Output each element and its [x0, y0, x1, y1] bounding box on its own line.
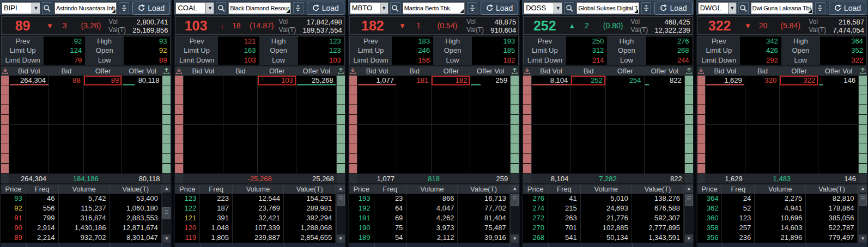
bid-price-cell[interactable]: 181	[397, 76, 432, 85]
offer-vol-column[interactable]: 146	[818, 76, 859, 174]
offer-vol-header[interactable]: Offer Vol	[818, 67, 859, 75]
ticker-input[interactable]	[350, 2, 380, 14]
trade-row[interactable]: 93465,74253,400	[1, 194, 171, 203]
offer-vol-column[interactable]: 259	[470, 76, 511, 174]
scroll-down-button[interactable]: ▼	[337, 234, 345, 243]
offer-price-cell[interactable]: 89	[84, 76, 122, 85]
price-header[interactable]: Price	[349, 184, 374, 194]
offer-column[interactable]: 89	[84, 76, 123, 174]
bid-price-cell[interactable]	[223, 76, 258, 85]
offer-header[interactable]: Offer	[780, 67, 818, 75]
offer-price-cell[interactable]: 254	[606, 76, 644, 85]
price-header[interactable]: Price	[1, 184, 26, 194]
load-button[interactable]: Load	[654, 2, 692, 15]
search-button[interactable]	[738, 2, 749, 14]
company-name-input[interactable]	[751, 2, 813, 14]
bid-vol-column[interactable]: 264,304	[9, 76, 49, 174]
scroll-thumb[interactable]	[511, 194, 519, 206]
company-name-input[interactable]	[228, 2, 290, 14]
trade-row[interactable]: 92556115,2371,060,180	[1, 203, 171, 213]
freq-header[interactable]: Freq	[200, 184, 233, 194]
price-header[interactable]: Price	[523, 184, 548, 194]
offer-column[interactable]: 254	[606, 76, 645, 174]
bid-vol-header[interactable]: Bid Vol	[183, 67, 223, 75]
scroll-up-button[interactable]: ▲	[337, 184, 345, 193]
bid-vol-column[interactable]: 1,077	[357, 76, 397, 174]
value-header[interactable]: Value(T)	[632, 184, 684, 194]
trade-row[interactable]: 1191,805239,8872,854,655	[175, 233, 344, 243]
bid-vol-header[interactable]: Bid Vol	[531, 67, 572, 75]
offer-vol-header[interactable]: Offer Vol	[122, 67, 162, 75]
trade-row[interactable]: 270701102,8852,777,895	[523, 223, 693, 233]
trade-row[interactable]: 191694,26281,404	[349, 213, 519, 223]
chevron-down-icon[interactable]: ▼	[32, 2, 40, 14]
trade-row[interactable]: 364242,27582,810	[697, 194, 867, 203]
bid-header[interactable]: Bid	[223, 67, 258, 75]
bid-header[interactable]: Bid	[397, 67, 432, 75]
collapse-button[interactable]	[815, 2, 825, 14]
trade-row[interactable]: 362524,941178,864	[697, 203, 867, 213]
scrollbar[interactable]: ▲ ▼	[858, 184, 867, 243]
chevron-down-icon[interactable]: ▼	[728, 2, 737, 14]
offer-column[interactable]: 322	[780, 76, 818, 174]
collapse-button[interactable]	[641, 2, 652, 14]
company-name-input[interactable]	[576, 2, 639, 14]
bid-price-cell[interactable]: 88	[49, 76, 83, 85]
trade-row[interactable]: 27421524,693676,588	[523, 203, 693, 213]
volume-header[interactable]: Volume	[59, 184, 110, 194]
bid-price-cell[interactable]: 320	[745, 76, 780, 85]
search-button[interactable]	[42, 2, 52, 14]
price-header[interactable]: Price	[175, 184, 200, 194]
scrollbar[interactable]: ▲ ▼	[336, 184, 345, 243]
trade-row[interactable]: 35623621,896779,497	[697, 233, 867, 243]
ticker-input[interactable]	[2, 2, 32, 14]
trade-row[interactable]: 26854150,1341,343,591	[523, 233, 693, 243]
scroll-up-button[interactable]: ▲	[162, 184, 171, 193]
collapse-button[interactable]	[293, 2, 304, 14]
scrollbar[interactable]: ▲ ▼	[162, 184, 171, 243]
trade-row[interactable]: 27226321,776592,307	[523, 213, 693, 223]
scrollbar[interactable]: ▲ ▼	[684, 184, 693, 243]
trade-row[interactable]: 12218723,769289,981	[175, 203, 344, 213]
offer-vol-cell[interactable]: 146	[818, 76, 858, 85]
load-button[interactable]: Load	[132, 2, 170, 15]
collapse-button[interactable]	[119, 2, 129, 14]
scroll-down-button[interactable]: ▼	[162, 234, 171, 243]
offer-price-cell[interactable]: 182	[432, 76, 470, 85]
offer-column[interactable]: 103	[258, 76, 296, 174]
ticker-input[interactable]	[698, 2, 728, 14]
search-button[interactable]	[564, 2, 574, 14]
bid-price-cell[interactable]: 252	[571, 76, 605, 85]
freq-header[interactable]: Freq	[26, 184, 59, 194]
offer-vol-column[interactable]: 25,268	[296, 76, 337, 174]
freq-header[interactable]: Freq	[722, 184, 755, 194]
scroll-up-button[interactable]: ▲	[859, 184, 867, 193]
bid-header[interactable]: Bid	[49, 67, 84, 75]
trade-row[interactable]: 892,214932,7028,301,047	[1, 233, 171, 243]
trade-row[interactable]: 189542,11239,916	[349, 233, 519, 243]
bid-vol-header[interactable]: Bid Vol	[9, 67, 49, 75]
volume-header[interactable]: Volume	[755, 184, 806, 194]
offer-header[interactable]: Offer	[606, 67, 645, 75]
offer-header[interactable]: Offer	[258, 67, 296, 75]
trade-row[interactable]: 902,9141,430,18612,871,674	[1, 223, 171, 233]
scroll-up-button[interactable]: ▲	[511, 184, 519, 193]
value-header[interactable]: Value(T)	[110, 184, 162, 194]
trade-row[interactable]: 1932386616,713	[349, 194, 519, 203]
bid-column[interactable]: 181	[397, 76, 432, 174]
search-button[interactable]	[390, 2, 400, 14]
load-button[interactable]: Load	[307, 2, 344, 15]
ticker-input[interactable]	[524, 2, 554, 14]
trade-row[interactable]: 12139132,421392,294	[175, 213, 344, 223]
bid-column[interactable]: 252	[571, 76, 606, 174]
offer-column[interactable]: 182	[432, 76, 470, 174]
offer-vol-header[interactable]: Offer Vol	[645, 67, 685, 75]
trade-row[interactable]: 35825714,603522,787	[697, 223, 867, 233]
freq-header[interactable]: Freq	[548, 184, 581, 194]
value-header[interactable]: Value(T)	[458, 184, 509, 194]
ticker-input[interactable]	[175, 2, 205, 14]
volume-header[interactable]: Volume	[233, 184, 284, 194]
scroll-thumb[interactable]	[162, 207, 171, 219]
chevron-down-icon[interactable]: ▼	[554, 2, 562, 14]
collapse-button[interactable]	[467, 2, 477, 14]
